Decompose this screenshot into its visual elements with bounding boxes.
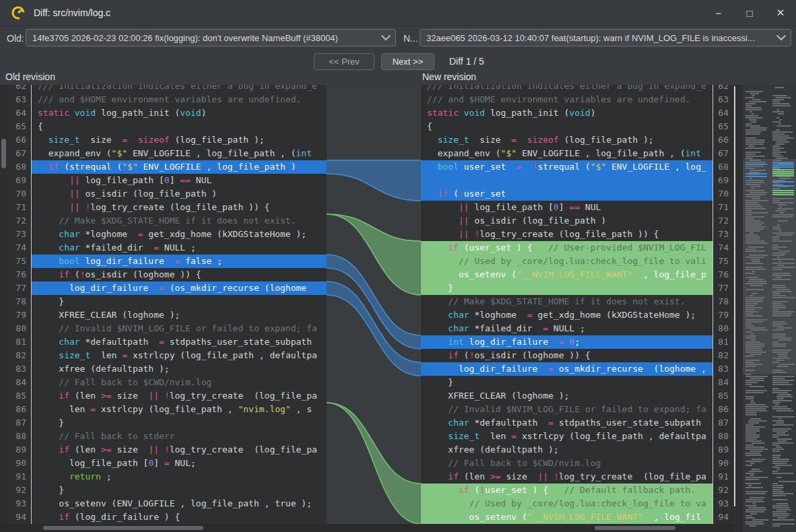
code-text: log_file_path [0] = NUL; [31,457,327,470]
minimap-line [772,442,793,444]
line-number: 90 [7,457,31,470]
code-line: /// Initialization indicates either a bu… [421,85,734,93]
minimap-line [750,232,754,234]
minimap-line [772,511,787,512]
line-number: 71 [712,201,734,214]
minimap-line [772,376,795,377]
minimap-line [776,366,788,367]
code-text: if (!os_isdir (loghome )) { [31,268,327,281]
minimap-line [745,465,752,466]
minimap-line [772,291,792,292]
old-pane-hscrollbar-thumb[interactable] [43,526,203,530]
minimap-line [772,471,778,472]
code-line: 78 } [7,295,327,308]
line-number: 74 [7,241,31,255]
minimap-line [772,101,780,102]
old-code-pane[interactable]: 62/// Initialization indicates either a … [7,85,327,524]
minimap-line [745,238,760,240]
minimap-line [745,509,766,510]
diff-counter: Diff 1 / 5 [449,53,484,70]
new-revision-select[interactable]: 32aee065 2026-03-12 10:40:07 feat(startu… [420,29,791,46]
minimap-line [745,267,763,268]
minimap[interactable] [743,85,796,532]
minimap-line [772,430,788,432]
code-text: log_dir_failure = os_mkdir_recurse (logh… [421,362,712,376]
next-diff-button[interactable]: Next >> [381,53,434,70]
minimap-line [745,158,753,159]
line-number: 94 [712,510,734,524]
minimap-line [745,109,762,110]
minimap-line [745,412,756,413]
line-number: 65 [7,120,31,133]
minimap-line [745,236,760,238]
code-line: if (!user_set70 [421,187,734,201]
minimap-line [772,200,780,201]
minimap-line [749,255,768,256]
code-line: XFREE_CLEAR (loghome );85 [421,389,734,403]
minimap-line [772,301,788,302]
code-line: os_setenv ("__NVIM_LOG_FILE_WANT" , log_… [421,510,734,524]
vertical-scrollbar-thumb[interactable] [1,139,6,168]
minimap-line [750,160,761,161]
code-text: || !log_try_create (log_file_path )) { [421,228,712,241]
code-text: char *defaultpath = stdpaths_user_state_… [421,416,712,430]
minimap-line [745,226,766,228]
minimap-line [772,420,784,422]
code-line: 92 } [7,484,327,497]
new-code-pane[interactable]: /// Initialization indicates either a bu… [421,85,734,524]
minimap-line [778,204,787,205]
minimap-line [745,440,762,442]
line-number: 65 [712,120,734,133]
minimap-line [752,99,760,100]
minimap-line [776,117,779,119]
old-revision-select[interactable]: 14fe3705 2026-02-23 02:00:26 fix(logging… [26,29,396,46]
minimap-line [745,123,752,125]
minimap-line [776,438,792,440]
code-text: log_dir_failure = (os_mkdir_recurse (log… [31,281,327,295]
minimap-line [772,188,781,189]
code-line: 69 || log_file_path [0] == NUL [7,174,327,187]
minimap-line [745,97,754,98]
line-number: 86 [712,403,734,416]
new-pane-hscrollbar-thumb[interactable] [595,526,675,530]
minimap-diff-mark-green [772,171,794,172]
minimize-icon[interactable]: − [703,0,734,26]
minimap-line [745,141,765,143]
minimap-line [745,147,766,149]
minimap-line [779,119,782,121]
titlebar: Diff: src/nvim/log.c − □ ✕ [0,0,796,26]
minimap-line [745,414,757,415]
minimap-line [745,154,756,155]
minimap-line [772,392,788,393]
minimap-line [745,392,764,393]
code-line: 73 char *loghome = get_xdg_home (kXDGSta… [7,228,327,241]
minimap-line [745,410,767,411]
close-icon[interactable]: ✕ [765,0,796,26]
code-text: } [31,295,327,308]
prev-diff-button[interactable]: << Prev [314,53,374,70]
minimap-line [750,354,762,355]
code-text: char *failed_dir = NULL ; [421,322,712,335]
code-line: char *loghome = get_xdg_home (kXDGStateH… [421,308,734,322]
code-line: size_t len = xstrlcpy (log_file_path , d… [421,430,734,443]
minimap-line [772,457,780,458]
code-line: xfree (defaultpath );89 [421,443,734,457]
code-text: bool log_dir_failure = false ; [31,255,327,268]
code-line: }84 [421,376,734,389]
line-number: 75 [7,255,31,268]
maximize-icon[interactable]: □ [734,0,765,26]
minimap-line [745,323,752,325]
minimap-line [745,347,762,349]
line-number: 94 [7,510,31,524]
minimap-line [752,95,755,96]
code-line: 87 } [7,416,327,430]
code-text: || !log_try_create (log_file_path )) { [31,201,327,214]
minimap-line [745,166,764,167]
minimap-line [745,273,755,274]
code-line: 84 // Fall back to $CWD/nvim.log [7,376,327,389]
minimap-line [745,228,764,230]
minimap-line [745,180,764,181]
minimap-line [772,321,785,323]
minimap-line [745,307,762,308]
minimap-line [748,507,766,508]
